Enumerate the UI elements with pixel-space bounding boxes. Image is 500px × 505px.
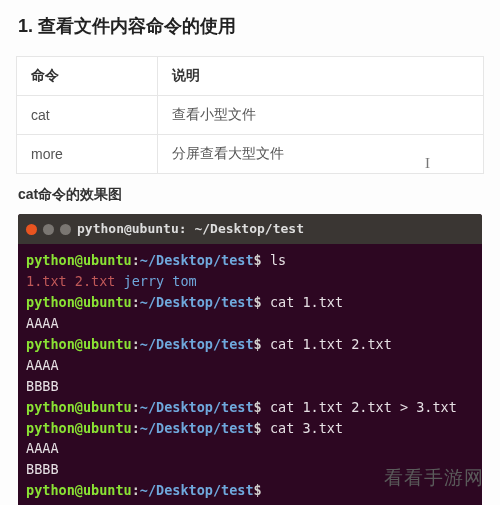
desc-cell: 查看小型文件 (157, 96, 483, 135)
table-header-command: 命令 (17, 57, 158, 96)
terminal-line: AAAA (26, 355, 474, 376)
effect-subheading: cat命令的效果图 (18, 186, 484, 204)
terminal-line: AAAA (26, 438, 474, 459)
table-row: cat 查看小型文件 (17, 96, 484, 135)
minimize-icon (43, 224, 54, 235)
text-cursor-icon: I (425, 155, 430, 172)
table-header-row: 命令 说明 (17, 57, 484, 96)
table-header-desc: 说明 (157, 57, 483, 96)
maximize-icon (60, 224, 71, 235)
table-row: more 分屏查看大型文件 (17, 135, 484, 174)
terminal-line: python@ubuntu:~/Desktop/test$ cat 1.txt … (26, 397, 474, 418)
terminal-line: python@ubuntu:~/Desktop/test$ cat 1.txt … (26, 334, 474, 355)
terminal-window: python@ubuntu: ~/Desktop/test python@ubu… (18, 214, 482, 505)
terminal-line: AAAA (26, 313, 474, 334)
terminal-line: 1.txt 2.txt jerry tom (26, 271, 474, 292)
cmd-cell: cat (17, 96, 158, 135)
cmd-cell: more (17, 135, 158, 174)
terminal-line: python@ubuntu:~/Desktop/test$ cat 3.txt (26, 418, 474, 439)
terminal-line: python@ubuntu:~/Desktop/test$ ls (26, 250, 474, 271)
command-table: 命令 说明 cat 查看小型文件 more 分屏查看大型文件 (16, 56, 484, 174)
terminal-title-text: python@ubuntu: ~/Desktop/test (77, 219, 304, 239)
watermark-text: 看看手游网 (384, 465, 484, 491)
close-icon (26, 224, 37, 235)
terminal-line: BBBB (26, 376, 474, 397)
terminal-line: python@ubuntu:~/Desktop/test$ cat 1.txt (26, 292, 474, 313)
document-page: 1. 查看文件内容命令的使用 命令 说明 cat 查看小型文件 more 分屏查… (0, 0, 500, 505)
section-title: 1. 查看文件内容命令的使用 (18, 14, 484, 38)
terminal-titlebar: python@ubuntu: ~/Desktop/test (18, 214, 482, 244)
desc-cell: 分屏查看大型文件 (157, 135, 483, 174)
